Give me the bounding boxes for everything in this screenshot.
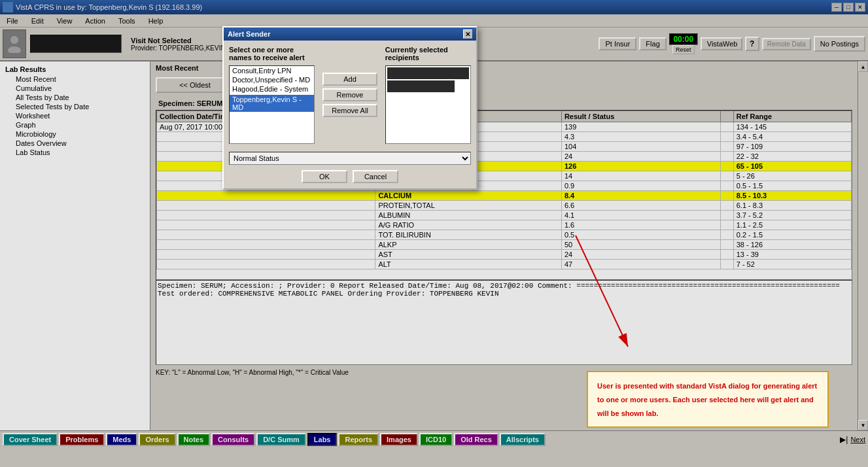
sender-item-consult[interactable]: Consult,Entry LPN: [230, 66, 314, 75]
modal-body: Select one or more names to receive aler…: [224, 41, 476, 149]
modal-instruction-label: Select one or more names to receive aler…: [229, 46, 315, 61]
sender-list[interactable]: Consult,Entry LPN Doctor,Unspecified - M…: [229, 65, 315, 144]
cancel-button[interactable]: Cancel: [353, 170, 398, 183]
status-select[interactable]: Normal Status: [229, 152, 471, 165]
modal-footer: Normal Status OK Cancel: [224, 149, 476, 188]
recipients-list[interactable]: [385, 65, 471, 144]
sender-item-doctor[interactable]: Doctor,Unspecified - MD: [230, 75, 314, 84]
ok-button[interactable]: OK: [302, 170, 347, 183]
sender-item-hagood[interactable]: Hagood,Eddie - System: [230, 84, 314, 94]
recipient-blacked-1: [387, 67, 469, 79]
remove-button[interactable]: Remove: [322, 88, 377, 101]
recipient-blacked-2: [387, 80, 455, 92]
modal-col-senders: Select one or more names to receive aler…: [229, 46, 315, 144]
alert-sender-modal: Alert Sender ✕ Select one or more names …: [222, 26, 477, 190]
modal-bottom-buttons: OK Cancel: [229, 170, 471, 183]
sender-item-toppenberg[interactable]: Toppenberg,Kevin S - MD: [230, 95, 314, 112]
modal-btn-col: Add Remove Remove All: [320, 46, 380, 144]
modal-col-recipients: Currently selected recipients: [385, 46, 471, 144]
modal-close-button[interactable]: ✕: [463, 29, 472, 39]
modal-row-lists: Select one or more names to receive aler…: [229, 46, 471, 144]
remove-all-button[interactable]: Remove All: [322, 104, 377, 117]
modal-recipients-label: Currently selected recipients: [385, 46, 471, 61]
add-button[interactable]: Add: [322, 73, 377, 86]
callout-text: User is presented with standard VistA di…: [597, 382, 817, 417]
modal-title-bar: Alert Sender ✕: [224, 27, 476, 41]
modal-title: Alert Sender: [228, 30, 270, 38]
callout-annotation: User is presented with standard VistA di…: [587, 371, 829, 428]
